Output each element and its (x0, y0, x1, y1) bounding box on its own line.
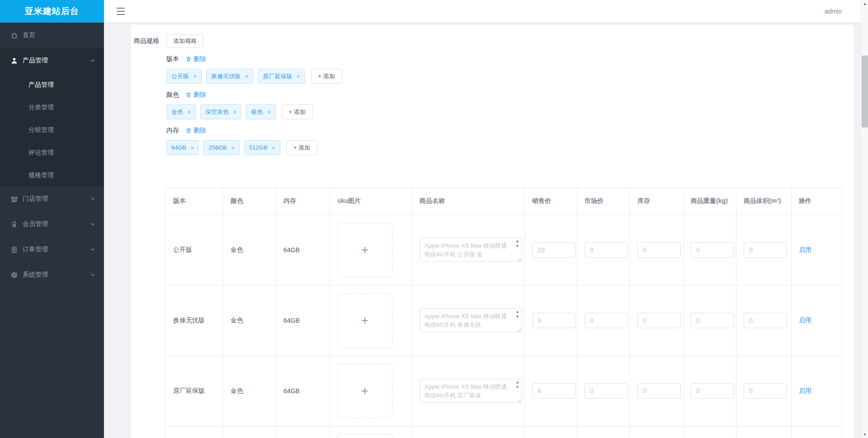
member-icon (10, 220, 18, 228)
sale-price-input[interactable] (532, 242, 576, 258)
product-name-textarea[interactable]: Apple iPhone XS Max 移动联通电信4G手机 原厂延保 ▲▼ (420, 379, 522, 403)
weight-input[interactable] (691, 242, 734, 258)
product-name-textarea[interactable]: Apple iPhone XS Max 移动联通电信4G手机 换修无忧 ▲▼ (420, 308, 522, 332)
sidebar-subitem-product-management[interactable]: 产品管理 (0, 73, 104, 96)
sidebar-subitem-group-management[interactable]: 分组管理 (0, 118, 104, 141)
resize-grip-icon[interactable] (516, 256, 521, 261)
scroll-up-arrow-icon[interactable]: ▲ (861, 0, 868, 7)
enable-link[interactable]: 启用 (799, 387, 811, 394)
sku-image-upload[interactable]: + (337, 223, 392, 277)
spec-value-tag[interactable]: 换修无忧版× (206, 69, 253, 84)
spec-value-tag[interactable]: 512GB× (244, 140, 280, 155)
top-header: admin (104, 0, 861, 23)
delete-spec-link[interactable]: 删除 (185, 55, 206, 63)
sidebar-subitem-spec-management[interactable]: 规格管理 (0, 164, 104, 186)
spec-value-tag[interactable]: 公开版× (166, 69, 202, 84)
spec-value-tag[interactable]: 64GB× (166, 140, 199, 155)
resize-grip-icon[interactable] (516, 326, 521, 331)
cell-color: 金色 (223, 356, 276, 426)
add-spec-value-button[interactable]: + 添加 (311, 69, 342, 84)
sku-row: 公开版 金色 64GB + Apple iPhone XS Max 移动联通电信… (166, 215, 842, 285)
spec-value-tag[interactable]: 银色× (246, 104, 275, 119)
stock-input[interactable] (637, 313, 681, 328)
cell-memory (276, 426, 330, 438)
close-icon[interactable]: × (272, 145, 275, 151)
cell-color: 金色 (223, 215, 276, 285)
delete-spec-link[interactable]: 删除 (185, 127, 206, 135)
col-header-action: 操作 (792, 188, 842, 215)
sidebar-item-store-management[interactable]: 门店管理 (0, 186, 104, 212)
spec-value-tag[interactable]: 原厂延保版× (258, 69, 305, 84)
volume-input[interactable] (744, 242, 787, 258)
trash-icon (185, 92, 192, 98)
spec-value-tag[interactable]: 深空灰色× (200, 104, 241, 119)
sidebar-item-home[interactable]: 首页 (0, 23, 104, 48)
sidebar-subitem-category-management[interactable]: 分类管理 (0, 96, 104, 118)
sale-price-input[interactable] (532, 383, 576, 399)
hamburger-menu-icon[interactable] (117, 8, 125, 15)
close-icon[interactable]: × (233, 109, 236, 115)
close-icon[interactable]: × (231, 145, 235, 151)
spec-group-memory: 内存 删除 64GB× 256GB× 512GB× + 添加 (166, 127, 573, 155)
volume-input[interactable] (744, 313, 787, 328)
sidebar-item-member-management[interactable]: 会员管理 (0, 212, 104, 237)
product-name-textarea[interactable]: Apple iPhone XS Max 移动联通电信4G手机 公开版 金 ▲▼ (420, 238, 522, 262)
scroll-down-arrow-icon[interactable]: ▼ (861, 431, 868, 438)
home-icon (10, 31, 18, 39)
sidebar-section-products: 产品管理 产品管理 分类管理 分组管理 评论管理 规格管理 (0, 48, 104, 186)
weight-input[interactable] (691, 383, 734, 399)
cell-memory: 64GB (276, 356, 330, 426)
enable-link[interactable]: 启用 (799, 246, 811, 253)
close-icon[interactable]: × (193, 73, 197, 80)
gear-icon (10, 271, 18, 279)
spec-group-name: 版本 (166, 55, 179, 63)
sidebar-item-product-management[interactable]: 产品管理 (0, 48, 104, 73)
sidebar-subitem-comment-management[interactable]: 评论管理 (0, 141, 104, 164)
chevron-down-icon (90, 221, 96, 227)
close-icon[interactable]: × (296, 73, 300, 80)
window-scrollbar[interactable]: ▲ ▼ (861, 0, 868, 438)
add-spec-value-button[interactable]: + 添加 (282, 104, 313, 119)
sidebar-item-order-management[interactable]: 订单管理 (0, 237, 104, 262)
stock-input[interactable] (637, 242, 681, 258)
cell-version: 公开版 (166, 215, 223, 285)
sale-price-input[interactable] (532, 313, 576, 328)
spec-value-tag[interactable]: 256GB× (203, 140, 240, 155)
close-icon[interactable]: × (187, 109, 191, 115)
market-price-input[interactable] (585, 383, 628, 399)
close-icon[interactable]: × (267, 109, 270, 115)
sidebar-item-label: 首页 (23, 31, 96, 39)
market-price-input[interactable] (585, 242, 628, 258)
close-icon[interactable]: × (245, 73, 248, 80)
add-spec-value-button[interactable]: + 添加 (286, 140, 317, 155)
resize-grip-icon[interactable] (516, 397, 521, 402)
col-header-stock: 库存 (630, 188, 684, 215)
volume-input[interactable] (744, 383, 787, 399)
spec-group-name: 颜色 (166, 91, 179, 99)
sku-image-upload[interactable]: + (337, 434, 392, 438)
cell-color (223, 426, 276, 438)
sku-image-upload[interactable]: + (337, 364, 392, 418)
col-header-market-price: 市场价 (577, 188, 630, 215)
stock-input[interactable] (637, 383, 681, 399)
cell-memory: 64GB (276, 285, 330, 356)
spec-section-label: 商品规格 (134, 37, 159, 45)
spec-value-tag[interactable]: 金色× (166, 104, 196, 119)
user-menu[interactable]: admin (825, 0, 842, 23)
market-price-input[interactable] (585, 313, 628, 328)
add-spec-button[interactable]: 添加规格 (166, 34, 203, 48)
spec-group-name: 内存 (166, 127, 179, 135)
scrollbar-thumb[interactable] (862, 56, 868, 127)
textarea-scrollbar[interactable]: ▲▼ (514, 239, 521, 249)
col-header-version: 版本 (166, 188, 223, 215)
sidebar-item-system-management[interactable]: 系统管理 (0, 262, 104, 287)
cell-version: 原厂延保版 (166, 356, 223, 426)
sku-image-upload[interactable]: + (337, 293, 392, 348)
close-icon[interactable]: × (190, 145, 194, 151)
col-header-product-name: 商品名称 (412, 188, 525, 215)
weight-input[interactable] (691, 313, 734, 328)
textarea-scrollbar[interactable]: ▲▼ (514, 380, 521, 390)
delete-spec-link[interactable]: 删除 (185, 91, 206, 99)
textarea-scrollbar[interactable]: ▲▼ (514, 309, 521, 319)
enable-link[interactable]: 启用 (799, 316, 811, 324)
